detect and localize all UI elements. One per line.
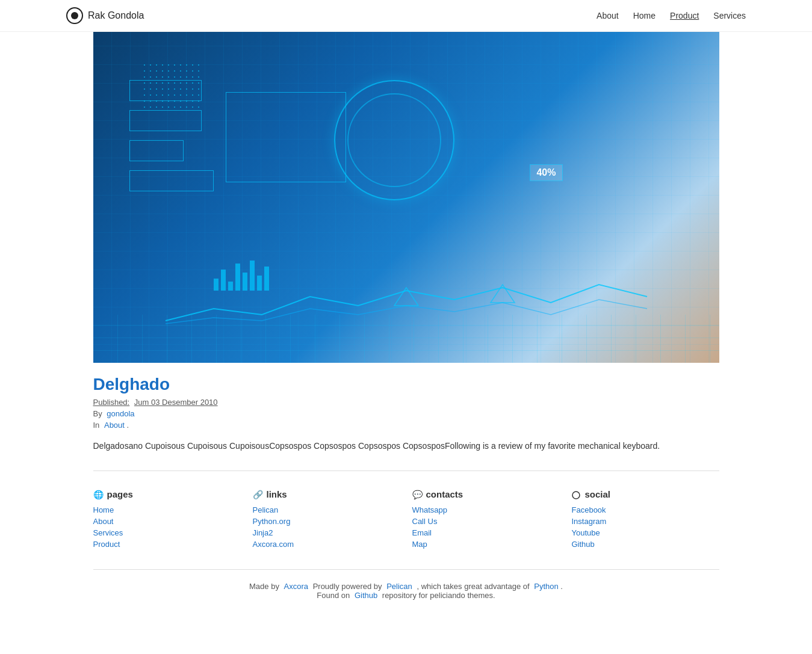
footer-credit-line1: Made by Axcora Proudly powered by Pelica… <box>93 582 719 591</box>
footer-link-axcora[interactable]: Axcora.com <box>253 540 400 549</box>
footer-columns: 🌐 pages Home About Services Product 🔗 li… <box>93 489 719 551</box>
section-divider <box>93 470 719 471</box>
article-container: Delghado Published: Jum 03 Desember 2010… <box>93 375 719 452</box>
footer-links: 🔗 links Pelican Python.org Jinja2 Axcora… <box>253 489 400 551</box>
article-author-line: By gondola <box>93 409 719 418</box>
footer-pages-services[interactable]: Services <box>93 528 241 537</box>
footer-contact-callus[interactable]: Call Us <box>412 517 560 526</box>
nav-product[interactable]: Product <box>670 11 699 20</box>
links-icon: 🔗 <box>253 490 263 499</box>
footer-pages-about[interactable]: About <box>93 517 241 526</box>
footer-pages-home[interactable]: Home <box>93 505 241 514</box>
footer-social: social Facebook Instagram Youtube Github <box>572 489 719 551</box>
bottom-grid <box>93 315 719 363</box>
footer-pelican-link[interactable]: Pelican <box>386 582 412 591</box>
contacts-heading: 💬 contacts <box>412 489 560 499</box>
nav-about[interactable]: About <box>597 11 619 20</box>
footer-pages: 🌐 pages Home About Services Product <box>93 489 241 551</box>
hud-box-1 <box>129 80 202 101</box>
footer-social-github[interactable]: Github <box>572 540 719 549</box>
nav-services[interactable]: Services <box>713 11 746 20</box>
svg-point-4 <box>572 492 580 499</box>
article-category-line: In About . <box>93 421 719 430</box>
logo-text: Rak Gondola <box>88 10 144 21</box>
footer-contacts: 💬 contacts Whatsapp Call Us Email Map <box>412 489 560 551</box>
footer-github-link[interactable]: Github <box>355 591 377 600</box>
main-nav: About Home Product Services <box>597 11 746 20</box>
author-link[interactable]: gondola <box>107 409 134 418</box>
svg-point-1 <box>71 12 78 19</box>
in-label: In <box>93 421 100 430</box>
footer-social-instagram[interactable]: Instagram <box>572 517 719 526</box>
footer-contact-email[interactable]: Email <box>412 528 560 537</box>
article-body: Delgadosano Cupoisous Cupoisous Cupoisou… <box>93 439 719 452</box>
pages-heading: 🌐 pages <box>93 489 241 499</box>
hud-circle <box>334 80 454 200</box>
footer-credit-line2: Found on Github repository for peliciand… <box>93 591 719 600</box>
hud-box-2 <box>129 110 202 131</box>
nav-home[interactable]: Home <box>633 11 655 20</box>
article-title: Delghado <box>93 375 719 394</box>
social-heading: social <box>572 489 719 499</box>
footer-link-jinja2[interactable]: Jinja2 <box>253 528 400 537</box>
article-published: Published: Jum 03 Desember 2010 <box>93 398 719 407</box>
footer-social-facebook[interactable]: Facebook <box>572 505 719 514</box>
footer-pages-product[interactable]: Product <box>93 540 241 549</box>
footer-bottom: Made by Axcora Proudly powered by Pelica… <box>93 569 719 600</box>
by-label: By <box>93 409 102 418</box>
published-label: Published: <box>93 398 130 407</box>
contacts-icon: 💬 <box>412 490 423 499</box>
social-icon <box>572 490 581 499</box>
pages-icon: 🌐 <box>93 490 104 499</box>
footer-link-pelican[interactable]: Pelican <box>253 505 400 514</box>
hud-box-5 <box>226 92 346 182</box>
site-logo[interactable]: Rak Gondola <box>66 7 144 24</box>
hud-box-4 <box>129 170 214 191</box>
site-header: Rak Gondola About Home Product Services <box>0 0 812 32</box>
logo-icon <box>66 7 83 24</box>
footer-social-youtube[interactable]: Youtube <box>572 528 719 537</box>
hero-image: 40% <box>93 32 719 363</box>
links-heading: 🔗 links <box>253 489 400 499</box>
footer-contact-whatsapp[interactable]: Whatsapp <box>412 505 560 514</box>
footer-axcora-link[interactable]: Axcora <box>284 582 308 591</box>
category-link[interactable]: About <box>104 421 125 430</box>
hud-box-3 <box>129 140 184 161</box>
published-date: Jum 03 Desember 2010 <box>134 398 218 407</box>
percent-badge: 40% <box>530 164 562 181</box>
main-content: 40% Delghado Published: Jum <box>93 32 719 624</box>
footer-python-link[interactable]: Python <box>534 582 558 591</box>
footer-link-pythonorg[interactable]: Python.org <box>253 517 400 526</box>
footer-contact-map[interactable]: Map <box>412 540 560 549</box>
